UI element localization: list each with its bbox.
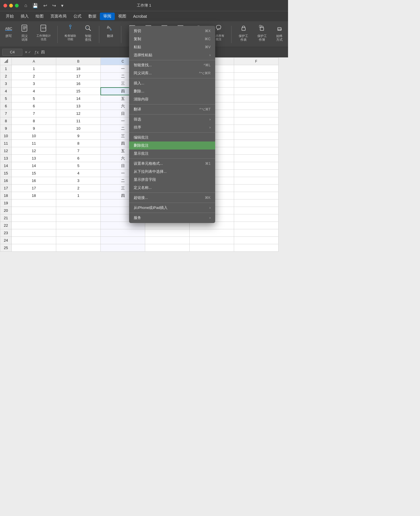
cell-f9[interactable] [234, 125, 279, 132]
context-menu-item[interactable]: 选择性粘贴› [129, 57, 215, 59]
fullscreen-button[interactable] [15, 4, 19, 7]
cell-b17[interactable]: 2 [56, 185, 101, 192]
cell-f25[interactable] [234, 244, 279, 252]
cell-b12[interactable]: 7 [56, 147, 101, 155]
home-icon[interactable]: ⌂ [24, 3, 27, 8]
cell-a4[interactable]: 4 [12, 88, 56, 95]
cell-a18[interactable]: 18 [12, 192, 56, 199]
cell-b21[interactable] [56, 214, 101, 222]
cell-c25[interactable] [101, 244, 145, 252]
col-header-a[interactable]: A [12, 58, 56, 65]
cell-f8[interactable] [234, 117, 279, 125]
cell-b11[interactable]: 8 [56, 140, 101, 147]
cell-a8[interactable]: 8 [12, 117, 56, 125]
cell-f12[interactable] [234, 147, 279, 155]
cell-b23[interactable] [56, 229, 101, 237]
cell-b15[interactable]: 4 [56, 170, 101, 177]
save-icon[interactable]: 💾 [32, 3, 38, 8]
cell-a5[interactable]: 5 [12, 95, 56, 102]
cell-a15[interactable]: 15 [12, 170, 56, 177]
col-header-f[interactable]: F [234, 58, 279, 65]
cell-f13[interactable] [234, 155, 279, 162]
cell-b9[interactable]: 10 [56, 125, 101, 132]
ribbon-smart-lookup[interactable]: i 智能查找 [82, 23, 94, 43]
cell-b8[interactable]: 11 [56, 117, 101, 125]
cell-e24[interactable] [190, 237, 234, 244]
cell-f21[interactable] [234, 214, 279, 222]
cell-a10[interactable]: 10 [12, 132, 56, 140]
cell-f22[interactable] [234, 222, 279, 229]
cell-c24[interactable] [101, 237, 145, 244]
ribbon-spell[interactable]: ABC 拼写 [2, 23, 15, 39]
cell-b14[interactable]: 5 [56, 162, 101, 170]
cell-a21[interactable] [12, 214, 56, 222]
cell-f24[interactable] [234, 237, 279, 244]
context-menu-item[interactable]: 清除内容 [129, 95, 215, 103]
ribbon-translate[interactable]: あ a 翻译 [104, 23, 116, 39]
context-menu-item[interactable]: 显示拼音字段 [129, 176, 215, 184]
minimize-button[interactable] [9, 4, 13, 7]
cell-e25[interactable] [190, 244, 234, 252]
cell-b25[interactable] [56, 244, 101, 252]
context-menu-item[interactable]: 从下拉列表中选择... [129, 168, 215, 176]
col-header-b[interactable]: B [56, 58, 101, 65]
cell-b2[interactable]: 17 [56, 73, 101, 80]
cell-b1[interactable]: 18 [56, 65, 101, 73]
menu-view[interactable]: 视图 [115, 13, 130, 20]
cell-a2[interactable]: 2 [12, 73, 56, 80]
cell-d24[interactable] [145, 237, 190, 244]
cell-b4[interactable]: 15 [56, 88, 101, 95]
cell-f1[interactable] [234, 65, 279, 73]
cell-c23[interactable] [101, 229, 145, 237]
formula-fx-icon[interactable]: ƒx [34, 50, 39, 55]
menu-review[interactable]: 审阅 [100, 13, 115, 20]
cell-d25[interactable] [145, 244, 190, 252]
menu-acrobat[interactable]: Acrobat [130, 13, 150, 20]
cell-b24[interactable] [56, 237, 101, 244]
cell-b10[interactable]: 9 [56, 132, 101, 140]
cell-a12[interactable]: 12 [12, 147, 56, 155]
context-menu-item[interactable]: 定义名称... [129, 184, 215, 192]
ribbon-accessibility[interactable]: ℹ 检查辅助功能 [62, 23, 78, 42]
cell-a3[interactable]: 3 [12, 80, 56, 88]
cell-f15[interactable] [234, 170, 279, 177]
cell-f23[interactable] [234, 229, 279, 237]
cell-f11[interactable] [234, 140, 279, 147]
cell-f19[interactable] [234, 199, 279, 207]
context-menu-item[interactable]: 显示批注 [129, 150, 215, 158]
cell-a16[interactable]: 16 [12, 177, 56, 185]
context-menu-item[interactable]: 服务› [129, 214, 215, 222]
cell-reference-input[interactable] [2, 49, 22, 56]
ribbon-always-open[interactable]: 始终 始终方式 [273, 23, 286, 43]
context-menu-item[interactable]: 智能查找...^⌘L [129, 61, 215, 69]
cell-f16[interactable] [234, 177, 279, 185]
cell-a24[interactable] [12, 237, 56, 244]
cell-f17[interactable] [234, 185, 279, 192]
cell-f10[interactable] [234, 132, 279, 140]
cell-f14[interactable] [234, 162, 279, 170]
menu-insert[interactable]: 插入 [17, 13, 32, 20]
context-menu-item[interactable]: 编辑批注 [129, 133, 215, 141]
cell-a17[interactable]: 17 [12, 185, 56, 192]
cell-a22[interactable] [12, 222, 56, 229]
redo-icon[interactable]: ↪ [52, 3, 56, 8]
ribbon-workbook-stats[interactable]: 123 工作簿统计信息 [34, 23, 53, 42]
cell-b6[interactable]: 13 [56, 102, 101, 110]
cell-f20[interactable] [234, 207, 279, 214]
menu-page-layout[interactable]: 页面布局 [47, 13, 70, 20]
cell-a7[interactable]: 7 [12, 110, 56, 117]
context-menu-item[interactable]: 删除批注 [129, 141, 215, 150]
cell-f2[interactable] [234, 73, 279, 80]
ribbon-protect-sheet[interactable]: 保护工作表 [236, 23, 251, 43]
ribbon-thesaurus[interactable]: 同义词库 [18, 23, 31, 43]
cell-a6[interactable]: 6 [12, 102, 56, 110]
cell-b5[interactable]: 14 [56, 95, 101, 102]
cell-f7[interactable] [234, 110, 279, 117]
menu-formula[interactable]: 公式 [70, 13, 85, 20]
undo-icon[interactable]: ↩ [43, 3, 47, 8]
context-menu-item[interactable]: 删除... [129, 87, 215, 95]
cell-a23[interactable] [12, 229, 56, 237]
menu-data[interactable]: 数据 [85, 13, 100, 20]
cell-f6[interactable] [234, 102, 279, 110]
cell-f4[interactable] [234, 88, 279, 95]
